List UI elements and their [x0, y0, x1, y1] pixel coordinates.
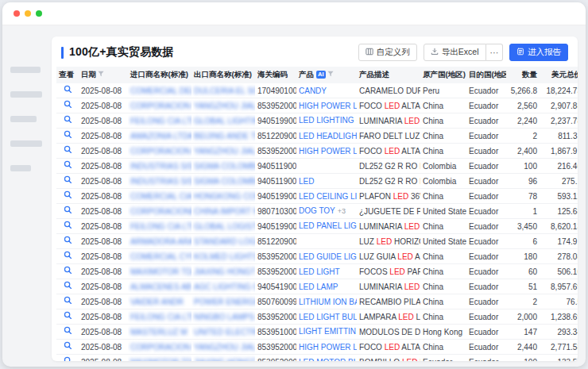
importer-name-link[interactable]: MAXIMOTOR TDA — [130, 267, 191, 276]
close-window-button[interactable] — [14, 10, 20, 17]
row-search-icon[interactable] — [64, 86, 72, 95]
importer-name-link[interactable]: CORPORACION EL — [130, 147, 191, 156]
exporter-name-link[interactable]: SIGMA COLOMBIA — [194, 162, 255, 171]
export-excel-button[interactable]: 导出Excel — [424, 44, 486, 61]
product-link[interactable]: HIGH POWER LED F — [299, 102, 357, 110]
column-header-date[interactable]: 日期 — [79, 67, 128, 83]
row-search-icon[interactable] — [64, 222, 72, 231]
importer-name-link[interactable]: COMERCIAL DEL SU — [130, 86, 191, 95]
column-header-dest[interactable]: 目的国(地区) — [466, 67, 506, 83]
filter-icon[interactable] — [98, 70, 104, 79]
product-link[interactable]: HIGH POWER LED F — [299, 343, 357, 352]
product-link[interactable]: LED PANEL LIG — [299, 221, 357, 230]
exporter-name-link[interactable]: CHINA IMPORT NES — [194, 207, 255, 216]
row-search-icon[interactable] — [64, 283, 72, 291]
enter-report-button[interactable]: 进入报告 — [509, 44, 568, 61]
minimize-window-button[interactable] — [25, 10, 31, 17]
product-link[interactable]: LED LIGHT — [299, 267, 340, 276]
importer-name-link[interactable]: INDUSTRIAS SIST — [130, 162, 191, 171]
column-header-total[interactable]: 美元总价 — [540, 67, 578, 83]
row-search-icon[interactable] — [64, 298, 72, 306]
row-search-icon[interactable] — [64, 343, 72, 352]
product-link[interactable]: DOG TOY — [299, 206, 335, 215]
column-header-exporter[interactable]: 出口商名称(标准) — [191, 67, 255, 83]
column-header-product[interactable]: 产品AI — [296, 67, 357, 83]
exporter-name-link[interactable]: GLOBAL LOGISTIC — [194, 222, 255, 231]
exporter-name-link[interactable]: JIAXING HONGT — [194, 267, 255, 276]
importer-name-link[interactable]: INDUSTRIAS SIST — [130, 177, 191, 186]
sidebar-item-placeholder[interactable] — [10, 116, 37, 122]
product-more-badge[interactable]: +3 — [338, 207, 346, 215]
column-header-importer[interactable]: 进口商名称(标准) — [128, 67, 191, 83]
importer-name-link[interactable]: CORPORACION EL — [130, 102, 191, 110]
customize-columns-button[interactable]: 自定义列 — [358, 44, 417, 61]
sidebar-item-placeholder[interactable] — [10, 67, 41, 73]
importer-name-link[interactable]: ALMACENES AB — [130, 283, 191, 291]
row-search-icon[interactable] — [64, 162, 72, 171]
row-search-icon[interactable] — [64, 267, 72, 276]
product-link[interactable]: HIGH POWER LED F — [299, 147, 357, 156]
product-link[interactable]: LITHIUM ION BATTE — [299, 298, 357, 306]
row-search-icon[interactable] — [64, 237, 72, 246]
column-header-hs[interactable]: 海关编码 — [255, 67, 296, 83]
row-search-icon[interactable] — [64, 177, 72, 186]
importer-name-link[interactable]: FEILONG CIA LTDA — [130, 313, 191, 321]
row-search-icon[interactable] — [64, 132, 72, 140]
importer-name-link[interactable]: FEILONG CIA LTDA — [130, 222, 191, 231]
product-link[interactable]: LED LIGHTING — [299, 116, 354, 125]
exporter-name-link[interactable]: UNITED ELECTRO — [194, 328, 255, 336]
importer-name-link[interactable]: CORPORACIONES — [130, 207, 191, 216]
importer-name-link[interactable]: COMERCIAL CYWL — [130, 252, 191, 261]
exporter-name-link[interactable]: NINGBO LAMPS C — [194, 313, 255, 321]
exporter-name-link[interactable]: POWER ENERGIE — [194, 298, 255, 306]
importer-name-link[interactable]: MAXIMOTOR TDA — [130, 358, 191, 362]
row-search-icon[interactable] — [64, 358, 72, 361]
importer-name-link[interactable]: CORPORACION EL — [130, 343, 191, 352]
importer-name-link[interactable]: VAIDER ANDR — [130, 298, 184, 306]
exporter-name-link[interactable]: JIAXING HONGT — [194, 358, 255, 362]
row-search-icon[interactable] — [64, 252, 72, 261]
importer-name-link[interactable]: AMAZONIA LTDA — [130, 132, 191, 140]
product-link[interactable]: LED GUIDE LIGHT T — [299, 252, 357, 261]
importer-name-link[interactable]: MASTERLUZ M — [130, 328, 188, 336]
product-more-badge[interactable]: +1 — [356, 117, 357, 125]
exporter-name-link[interactable]: BEIJING ANDE TR — [194, 132, 255, 140]
column-header-desc[interactable]: 产品描述 — [357, 67, 420, 83]
sidebar-item-placeholder[interactable] — [10, 165, 31, 171]
importer-name-link[interactable]: FEILONG CIA LTDA — [130, 117, 191, 125]
exporter-name-link[interactable]: HONGKONG COMB — [194, 192, 255, 201]
exporter-name-link[interactable]: YANGZHOU JIAL LL — [194, 147, 255, 156]
row-search-icon[interactable] — [64, 102, 72, 110]
product-link[interactable]: LED CEILING LIGHT — [299, 192, 357, 201]
row-search-icon[interactable] — [64, 328, 72, 336]
product-link[interactable]: LIGHT EMITTIN — [299, 327, 356, 336]
filter-icon[interactable] — [327, 70, 334, 79]
exporter-name-link[interactable]: SIGMA COLOMBIA — [194, 177, 255, 186]
row-search-icon[interactable] — [64, 117, 72, 125]
product-link[interactable]: LED LAMP — [299, 283, 338, 291]
row-search-icon[interactable] — [64, 192, 72, 201]
column-header-origin[interactable]: 原产国(地区) — [420, 67, 466, 83]
exporter-name-link[interactable]: DULCERIA EL SOL — [194, 86, 255, 95]
column-header-qty[interactable]: 数量 — [506, 67, 540, 83]
row-search-icon[interactable] — [64, 147, 72, 156]
product-link[interactable]: LED MOTOR BULB — [299, 358, 357, 362]
sidebar-item-placeholder[interactable] — [10, 91, 42, 98]
product-link[interactable]: LED — [299, 177, 314, 186]
column-header-view[interactable]: 查看 — [56, 67, 79, 83]
importer-name-link[interactable]: ARMADORA ARA — [130, 237, 191, 246]
exporter-name-link[interactable]: GLOBAL LIGHTING — [194, 117, 255, 125]
importer-name-link[interactable]: COMERCIAL CIA LT — [130, 192, 191, 201]
row-search-icon[interactable] — [64, 313, 72, 321]
export-more-button[interactable]: ⋯ — [486, 44, 504, 61]
sidebar-item-placeholder[interactable] — [10, 140, 42, 147]
row-search-icon[interactable] — [64, 207, 72, 216]
exporter-name-link[interactable]: YANGZHOU JIAL LI — [194, 102, 255, 110]
zoom-window-button[interactable] — [36, 10, 42, 17]
exporter-name-link[interactable]: STANDARD LOGIST — [194, 237, 255, 246]
product-link[interactable]: LED LIGHT BULB — [299, 313, 357, 321]
product-link[interactable]: CANDY — [299, 86, 327, 95]
exporter-name-link[interactable]: YANGZHOU JIAL LI — [194, 343, 255, 352]
exporter-name-link[interactable]: KOLMED LIGHTS — [194, 252, 255, 261]
exporter-name-link[interactable]: AGC LIGHTING G — [194, 283, 255, 291]
